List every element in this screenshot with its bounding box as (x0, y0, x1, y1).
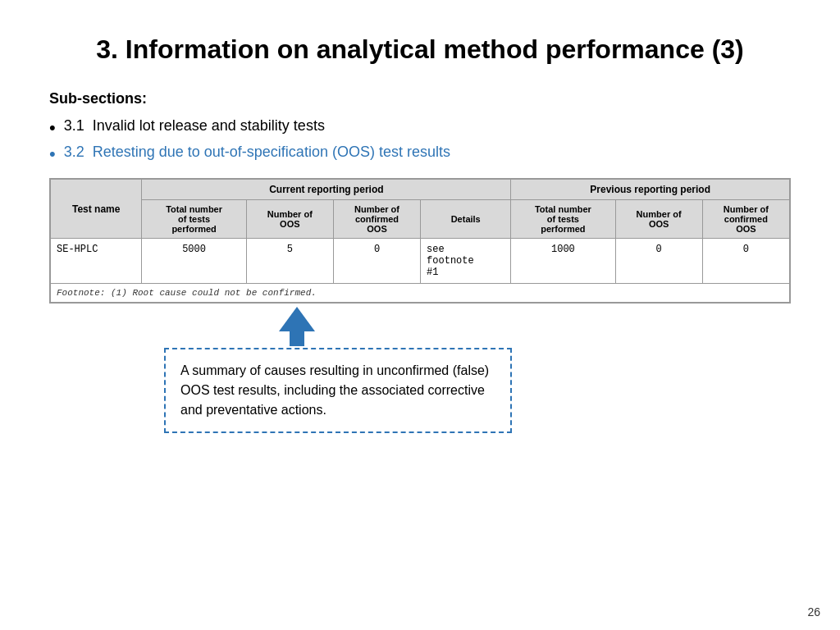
col-oos-current: Number ofOOS (246, 200, 333, 239)
cell-confirmed-oos-current: 0 (333, 239, 420, 284)
cell-oos-current: 5 (246, 239, 333, 284)
cell-confirmed-oos-prev: 0 (702, 239, 789, 284)
page-number: 26 (807, 605, 820, 619)
subsections-label: Sub-sections: (49, 90, 791, 107)
arrow-shaft (290, 331, 304, 346)
table-header-row-1: Test name Current reporting period Previ… (51, 180, 790, 200)
col-oos-prev: Number ofOOS (615, 200, 702, 239)
col-confirmed-oos-current: Number ofconfirmedOOS (333, 200, 420, 239)
bullet-number-1: 3.1 (64, 117, 84, 135)
cell-details: seefootnote#1 (421, 239, 511, 284)
cell-oos-prev: 0 (615, 239, 702, 284)
col-total-current: Total numberof testsperformed (142, 200, 246, 239)
col-previous-period: Previous reporting period (511, 180, 790, 200)
data-table-container: Test name Current reporting period Previ… (49, 178, 791, 304)
bullet-number-2: 3.2 (64, 144, 84, 161)
bullet-text-1: Invalid lot release and stability tests (93, 117, 325, 135)
col-total-prev: Total numberof testsperformed (511, 200, 615, 239)
table-header-row-2: Total numberof testsperformed Number ofO… (51, 200, 790, 239)
cell-total-current: 5000 (142, 239, 246, 284)
col-confirmed-oos-prev: Number ofconfirmedOOS (702, 200, 789, 239)
cell-total-prev: 1000 (511, 239, 615, 284)
bullet-item-1: 3.1 Invalid lot release and stability te… (49, 117, 791, 139)
table-footnote-row: Footnote: (1) Root cause could not be co… (51, 284, 790, 303)
table-row: SE-HPLC 5000 5 0 seefootnote#1 1000 0 0 (51, 239, 790, 284)
callout-box: A summary of causes resulting in unconfi… (164, 348, 512, 433)
cell-test-name: SE-HPLC (51, 239, 142, 284)
col-current-period: Current reporting period (142, 180, 511, 200)
bullet-item-2: 3.2 Retesting due to out-of-specificatio… (49, 144, 791, 165)
arrow-container (49, 304, 791, 346)
arrow-wrapper (279, 307, 315, 346)
oos-table: Test name Current reporting period Previ… (50, 179, 790, 303)
callout-text: A summary of causes resulting in unconfi… (180, 361, 495, 420)
footnote-cell: Footnote: (1) Root cause could not be co… (51, 284, 790, 303)
bullet-text-2: Retesting due to out-of-specification (O… (93, 144, 450, 161)
arrow-up-icon (279, 307, 315, 331)
bullet-list: 3.1 Invalid lot release and stability te… (49, 117, 791, 166)
col-test-name: Test name (51, 180, 142, 239)
col-details: Details (421, 200, 511, 239)
slide-title: 3. Information on analytical method perf… (49, 33, 791, 67)
slide: 3. Information on analytical method perf… (0, 0, 840, 630)
